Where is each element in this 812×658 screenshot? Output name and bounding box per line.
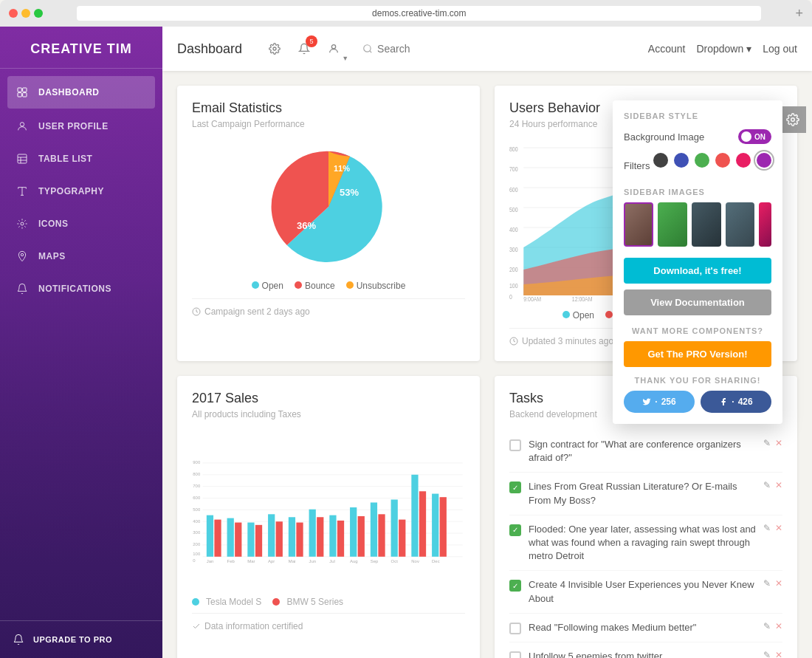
task-text-1: Sign contract for "What are conference o… xyxy=(529,438,756,465)
dashboard-icon xyxy=(15,85,30,100)
svg-text:500: 500 xyxy=(509,206,518,213)
sidebar-item-user-profile[interactable]: USER PROFILE xyxy=(0,110,162,143)
legend-tesla: Tesla Model S xyxy=(192,597,261,607)
pie-legend: Open Bounce Unsubscribe xyxy=(192,281,465,291)
minimize-dot[interactable] xyxy=(21,9,30,18)
task-checkbox-2[interactable]: ✓ xyxy=(509,481,521,493)
svg-text:800: 800 xyxy=(193,472,201,476)
facebook-count-value: 426 xyxy=(738,397,753,407)
svg-rect-66 xyxy=(255,525,262,557)
task-delete-6[interactable]: ✕ xyxy=(775,650,782,658)
sidebar: CREATIVE TIM DASHBOARD USER PROFILE xyxy=(0,27,162,658)
filter-blue[interactable] xyxy=(674,153,689,168)
dropdown-menu[interactable]: Dropdown ▾ xyxy=(696,43,751,55)
task-text-2: Lines From Great Russian Literature? Or … xyxy=(529,480,756,507)
maximize-dot[interactable] xyxy=(34,9,43,18)
sidebar-images-title: SIDEBAR IMAGES xyxy=(624,188,771,196)
filter-dark[interactable] xyxy=(653,153,668,168)
sidebar-bg-trees xyxy=(0,279,162,658)
svg-rect-82 xyxy=(419,491,426,557)
svg-rect-62 xyxy=(214,520,221,557)
view-docs-button[interactable]: View Documentation xyxy=(624,289,771,315)
task-actions-4: ✎ ✕ xyxy=(763,578,782,589)
sidebar-item-dashboard[interactable]: DASHBOARD xyxy=(7,76,155,109)
search-box[interactable] xyxy=(362,43,466,55)
task-edit-2[interactable]: ✎ xyxy=(763,480,771,490)
svg-point-13 xyxy=(364,45,371,52)
task-checkbox-1[interactable] xyxy=(509,439,521,451)
svg-text:12:00AM: 12:00AM xyxy=(572,295,593,303)
task-edit-5[interactable]: ✎ xyxy=(763,621,771,631)
email-stats-title: Email Statistics xyxy=(192,100,465,116)
browser-dots xyxy=(9,9,43,18)
svg-rect-81 xyxy=(411,475,418,557)
sidebar-item-typography[interactable]: TYPOGRAPHY xyxy=(0,175,162,208)
task-actions-2: ✎ ✕ xyxy=(763,480,782,490)
sidebar-image-5[interactable] xyxy=(759,202,771,247)
filter-purple[interactable] xyxy=(757,153,771,168)
close-dot[interactable] xyxy=(9,9,18,18)
svg-text:Mar: Mar xyxy=(247,559,255,563)
task-delete-5[interactable]: ✕ xyxy=(775,621,782,631)
pie-chart-container: 53% 36% 11% xyxy=(192,140,465,273)
sidebar-image-2[interactable] xyxy=(658,202,687,247)
sidebar-item-table-list[interactable]: TABLE LIST xyxy=(0,143,162,175)
filter-green[interactable] xyxy=(695,153,709,168)
task-text-3: Flooded: One year later, assessing what … xyxy=(529,523,756,563)
url-bar[interactable]: demos.creative-tim.com xyxy=(77,6,761,21)
sidebar-images-row xyxy=(624,202,771,247)
sidebar-image-3[interactable] xyxy=(692,202,721,247)
icons-icon xyxy=(15,216,30,231)
sidebar-image-1[interactable] xyxy=(624,202,653,247)
task-delete-4[interactable]: ✕ xyxy=(775,578,782,589)
svg-text:900: 900 xyxy=(193,460,201,465)
settings-icon-button[interactable] xyxy=(264,38,285,59)
filter-red[interactable] xyxy=(715,153,730,168)
task-actions-3: ✎ ✕ xyxy=(763,523,782,533)
svg-rect-77 xyxy=(371,502,377,556)
notification-button[interactable]: 5 xyxy=(294,38,314,59)
task-checkbox-3[interactable]: ✓ xyxy=(509,524,521,536)
svg-text:300: 300 xyxy=(193,530,201,535)
task-delete-2[interactable]: ✕ xyxy=(775,480,782,490)
pro-button[interactable]: Get The PRO Version! xyxy=(624,341,771,367)
toggle-label: ON xyxy=(754,133,765,141)
sidebar-item-label: NOTIFICATIONS xyxy=(38,284,111,294)
typography-icon xyxy=(15,184,30,199)
download-button[interactable]: Download, it's free! xyxy=(624,258,771,284)
svg-rect-74 xyxy=(337,521,344,557)
twitter-count: · xyxy=(655,397,657,407)
svg-text:Apr: Apr xyxy=(268,559,275,563)
task-checkbox-4[interactable]: ✓ xyxy=(509,580,521,592)
email-stats-footer: Campaign sent 2 days ago xyxy=(192,298,465,317)
search-input[interactable] xyxy=(377,43,466,55)
filter-pink[interactable] xyxy=(736,153,751,168)
task-edit-4[interactable]: ✎ xyxy=(763,578,771,589)
filters-label: Filters xyxy=(624,160,650,171)
task-checkbox-6[interactable] xyxy=(509,651,521,658)
new-tab-button[interactable]: + xyxy=(795,6,803,21)
account-link[interactable]: Account xyxy=(648,43,686,55)
task-delete-1[interactable]: ✕ xyxy=(775,438,782,448)
task-edit-1[interactable]: ✎ xyxy=(763,438,771,448)
svg-rect-76 xyxy=(358,516,365,557)
user-icon-button[interactable]: ▼ xyxy=(323,38,344,59)
facebook-button[interactable]: · 426 xyxy=(701,391,771,413)
sidebar-item-maps[interactable]: MAPS xyxy=(0,240,162,273)
sidebar-item-icons[interactable]: IcOnS xyxy=(0,208,162,240)
bg-image-toggle[interactable]: ON xyxy=(738,129,771,144)
upgrade-button[interactable]: UPGRADE TO PRO xyxy=(0,620,162,658)
logout-link[interactable]: Log out xyxy=(763,43,797,55)
upgrade-text: UPGRADE TO PRO xyxy=(33,635,112,644)
sidebar-image-4[interactable] xyxy=(726,202,755,247)
settings-panel: SIDEBAR STYLE Background Image ON Filter… xyxy=(613,100,782,424)
task-edit-6[interactable]: ✎ xyxy=(763,650,771,658)
task-checkbox-5[interactable] xyxy=(509,623,521,634)
task-delete-3[interactable]: ✕ xyxy=(775,523,782,533)
twitter-button[interactable]: · 256 xyxy=(624,391,695,413)
svg-rect-1 xyxy=(23,88,27,92)
settings-gear-button[interactable] xyxy=(780,106,806,133)
task-edit-3[interactable]: ✎ xyxy=(763,523,771,533)
sidebar-item-notifications[interactable]: NOTIFICATIONS xyxy=(0,273,162,305)
certified-text: Data information certified xyxy=(204,621,303,631)
